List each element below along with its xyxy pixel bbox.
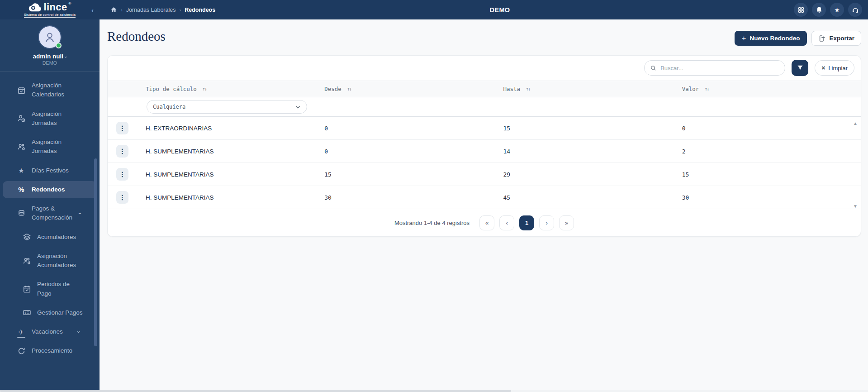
funnel-icon: [797, 64, 804, 72]
sidebar-item-acumuladores[interactable]: Acumuladores: [3, 229, 97, 246]
exportar-button[interactable]: Exportar: [811, 31, 861, 46]
user-block: admin null › DEMO: [0, 19, 100, 66]
apps-grid-icon[interactable]: [794, 3, 808, 17]
pagination: Mostrando 1-4 de 4 registros « ‹ 1 › »: [108, 209, 861, 236]
file-export-icon: [818, 35, 825, 42]
chevron-up-icon: ›: [76, 212, 83, 214]
user-clock-icon: [17, 114, 26, 123]
scroll-down-arrow[interactable]: ▼: [853, 204, 858, 209]
previous-page-button[interactable]: ‹: [499, 215, 514, 230]
breadcrumb-separator: ›: [121, 7, 123, 13]
breadcrumb: › Jornadas Laborales › Redondeos: [110, 6, 215, 13]
page-1-button[interactable]: 1: [519, 215, 534, 230]
sidebar-item-asignacion-jornadas-2[interactable]: Asignación Jornadas: [3, 134, 97, 160]
page-head: Redondeos + Nuevo Redondeo Exportar: [100, 19, 868, 46]
sidebar-item-label: Días Festivos: [32, 166, 80, 175]
sidebar-item-pagos-compensacion[interactable]: Pagos & Compensación ›: [3, 200, 97, 227]
close-icon: ×: [821, 65, 825, 71]
cell-desde: 0: [324, 125, 503, 132]
calendar-check-icon: [22, 285, 31, 294]
sort-icon[interactable]: ↑↓: [347, 86, 351, 92]
sidebar-item-asignacion-jornadas-1[interactable]: Asignación Jornadas: [3, 105, 97, 132]
row-menu-button[interactable]: ⋮: [116, 145, 128, 158]
notifications-bell-icon[interactable]: [812, 3, 826, 17]
table-toolbar: × Limpiar: [108, 56, 861, 81]
coins-icon: [17, 209, 26, 218]
sidebar-item-label: Acumuladores: [37, 233, 85, 242]
sidebar-item-vacaciones[interactable]: ✈ Vacaciones ›: [3, 323, 97, 340]
sort-icon[interactable]: ↑↓: [202, 86, 206, 92]
plane-icon: ✈: [17, 327, 26, 336]
sidebar-item-label: Asignación Jornadas: [32, 138, 80, 156]
sidebar-item-procesamiento[interactable]: Procesamiento: [3, 342, 97, 359]
tipo-filter-select[interactable]: Cualquiera: [147, 100, 307, 114]
users-gear-icon: [17, 142, 26, 151]
cell-valor: 0: [682, 125, 861, 132]
filter-button[interactable]: [792, 60, 808, 76]
table-row[interactable]: ⋮ H. EXTRAORDINARIAS 0 15 0: [108, 117, 861, 140]
sidebar-collapse-icon[interactable]: ‹: [91, 6, 94, 14]
home-icon[interactable]: [110, 6, 117, 13]
sidebar-item-periodos-de-pago[interactable]: Periodos de Pago: [3, 276, 97, 302]
column-header-hasta[interactable]: Hasta ↑↓: [503, 86, 682, 92]
last-page-button[interactable]: »: [559, 215, 574, 230]
sidebar-item-redondeos[interactable]: % Redondeos: [3, 181, 97, 198]
first-page-button[interactable]: «: [479, 215, 494, 230]
scroll-up-arrow[interactable]: ▲: [853, 121, 858, 126]
sort-icon[interactable]: ↑↓: [704, 86, 708, 92]
online-status-dot: [56, 43, 62, 48]
horizontal-scrollbar[interactable]: [0, 390, 868, 392]
calendar-check-icon: [17, 86, 26, 95]
plus-icon: +: [742, 34, 746, 42]
chevron-down-icon: ›: [75, 331, 82, 333]
top-header: lince ® Sistema de control de asistencia…: [0, 0, 868, 19]
page-title: Redondeos: [107, 29, 166, 44]
sidebar-item-label: Redondeos: [32, 185, 80, 194]
column-header-desde[interactable]: Desde ↑↓: [324, 86, 503, 92]
sidebar-scrollbar-thumb[interactable]: [94, 158, 97, 346]
row-menu-button[interactable]: ⋮: [116, 168, 128, 181]
favorites-star-icon[interactable]: ★: [830, 3, 844, 17]
svg-text:$: $: [24, 311, 26, 314]
sidebar-item-asignacion-acumuladores[interactable]: Asignación Acumuladores: [3, 248, 97, 274]
column-header-valor[interactable]: Valor ↑↓: [682, 86, 861, 92]
user-name[interactable]: admin null ›: [0, 53, 100, 60]
cell-hasta: 15: [503, 125, 682, 132]
limpiar-button[interactable]: × Limpiar: [815, 60, 854, 76]
sidebar-item-gestionar-pagos[interactable]: $ Gestionar Pagos: [3, 304, 97, 321]
cell-valor: 2: [682, 148, 861, 155]
table-row[interactable]: ⋮ H. SUMPLEMENTARIAS 30 45 30: [108, 186, 861, 209]
row-menu-button[interactable]: ⋮: [116, 122, 128, 134]
column-header-tipo-de-calculo[interactable]: Tipo de cálculo ↑↓: [146, 86, 324, 92]
horizontal-scrollbar-thumb[interactable]: [0, 390, 511, 392]
sort-icon[interactable]: ↑↓: [526, 86, 530, 92]
nuevo-redondeo-button[interactable]: + Nuevo Redondeo: [735, 31, 807, 46]
cell-tipo: H. SUMPLEMENTARIAS: [146, 194, 324, 201]
table-header-row: Tipo de cálculo ↑↓ Desde ↑↓ Hasta ↑↓ Val…: [108, 81, 861, 97]
support-headset-icon[interactable]: [848, 3, 862, 17]
cell-valor: 30: [682, 194, 861, 201]
cell-desde: 30: [324, 194, 503, 201]
breadcrumb-jornadas-laborales[interactable]: Jornadas Laborales: [126, 7, 176, 13]
search-input[interactable]: [660, 65, 779, 72]
table-filter-row: Cualquiera: [108, 97, 861, 117]
money-check-icon: $: [22, 308, 31, 317]
table-row[interactable]: ⋮ H. SUMPLEMENTARIAS 15 29 15: [108, 163, 861, 186]
sidebar-item-asignacion-calendarios[interactable]: Asignación Calendarios: [3, 77, 97, 104]
sidebar: admin null › DEMO Asignación Calendarios…: [0, 19, 100, 392]
next-page-button[interactable]: ›: [539, 215, 554, 230]
table-row[interactable]: ⋮ H. SUMPLEMENTARIAS 0 14 2: [108, 140, 861, 163]
logo-tagline: Sistema de control de asistencia: [24, 13, 76, 18]
logo-area: lince ® Sistema de control de asistencia…: [0, 0, 100, 19]
chevron-down-icon: ›: [63, 56, 69, 58]
cell-hasta: 14: [503, 148, 682, 155]
percent-icon: %: [17, 185, 26, 194]
table-card: × Limpiar Tipo de cálculo ↑↓ Desde ↑↓ Ha…: [107, 55, 861, 237]
chevron-down-icon: [295, 104, 301, 110]
breadcrumb-separator: ›: [179, 7, 181, 13]
sidebar-item-label: Pagos & Compensación: [32, 204, 72, 223]
sync-icon: [17, 346, 26, 355]
row-menu-button[interactable]: ⋮: [116, 191, 128, 204]
avatar[interactable]: [38, 25, 62, 49]
sidebar-item-dias-festivos[interactable]: ★ Días Festivos: [3, 162, 97, 179]
